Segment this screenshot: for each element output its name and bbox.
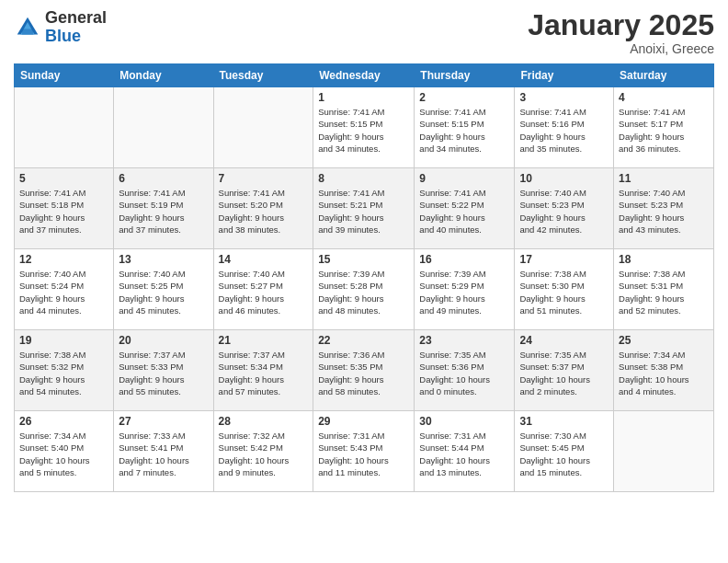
day-info: Sunrise: 7:40 AM Sunset: 5:25 PM Dayligh… — [119, 268, 208, 316]
location: Anoixi, Greece — [528, 41, 714, 56]
day-header-wednesday: Wednesday — [313, 64, 415, 87]
day-number: 16 — [419, 253, 509, 266]
header-row: SundayMondayTuesdayWednesdayThursdayFrid… — [15, 64, 714, 87]
day-info: Sunrise: 7:30 AM Sunset: 5:45 PM Dayligh… — [519, 430, 609, 478]
logo-text: General Blue — [45, 9, 107, 46]
day-info: Sunrise: 7:41 AM Sunset: 5:16 PM Dayligh… — [519, 106, 609, 155]
day-cell: 21Sunrise: 7:37 AM Sunset: 5:34 PM Dayli… — [213, 330, 313, 411]
day-info: Sunrise: 7:41 AM Sunset: 5:21 PM Dayligh… — [318, 187, 409, 236]
day-number: 9 — [419, 172, 509, 185]
day-cell: 27Sunrise: 7:33 AM Sunset: 5:41 PM Dayli… — [114, 411, 213, 492]
month-year: January 2025 — [528, 9, 714, 41]
day-cell: 9Sunrise: 7:41 AM Sunset: 5:22 PM Daylig… — [415, 168, 515, 249]
week-row: 12Sunrise: 7:40 AM Sunset: 5:24 PM Dayli… — [15, 249, 714, 330]
day-info: Sunrise: 7:41 AM Sunset: 5:18 PM Dayligh… — [19, 187, 108, 236]
day-number: 5 — [19, 172, 108, 185]
day-cell: 25Sunrise: 7:34 AM Sunset: 5:38 PM Dayli… — [614, 330, 714, 411]
day-number: 17 — [519, 253, 609, 266]
day-number: 19 — [19, 334, 108, 347]
week-row: 26Sunrise: 7:34 AM Sunset: 5:40 PM Dayli… — [15, 411, 714, 492]
day-info: Sunrise: 7:35 AM Sunset: 5:36 PM Dayligh… — [419, 349, 509, 397]
day-info: Sunrise: 7:41 AM Sunset: 5:20 PM Dayligh… — [219, 187, 309, 236]
day-number: 25 — [619, 334, 709, 347]
week-row: 5Sunrise: 7:41 AM Sunset: 5:18 PM Daylig… — [15, 168, 714, 249]
svg-rect-2 — [22, 29, 33, 34]
day-info: Sunrise: 7:32 AM Sunset: 5:42 PM Dayligh… — [219, 430, 309, 478]
day-number: 29 — [318, 415, 409, 428]
day-header-thursday: Thursday — [415, 64, 515, 87]
day-info: Sunrise: 7:39 AM Sunset: 5:28 PM Dayligh… — [318, 268, 409, 316]
day-info: Sunrise: 7:37 AM Sunset: 5:33 PM Dayligh… — [119, 349, 208, 397]
day-number: 24 — [519, 334, 609, 347]
logo: General Blue — [14, 9, 107, 46]
week-row: 1Sunrise: 7:41 AM Sunset: 5:15 PM Daylig… — [15, 87, 714, 168]
day-cell: 10Sunrise: 7:40 AM Sunset: 5:23 PM Dayli… — [515, 168, 614, 249]
day-number: 26 — [19, 415, 108, 428]
day-cell — [15, 87, 114, 168]
day-cell: 19Sunrise: 7:38 AM Sunset: 5:32 PM Dayli… — [15, 330, 114, 411]
day-cell: 5Sunrise: 7:41 AM Sunset: 5:18 PM Daylig… — [15, 168, 114, 249]
day-number: 13 — [119, 253, 208, 266]
day-cell: 23Sunrise: 7:35 AM Sunset: 5:36 PM Dayli… — [415, 330, 515, 411]
day-number: 27 — [119, 415, 208, 428]
day-info: Sunrise: 7:34 AM Sunset: 5:38 PM Dayligh… — [619, 349, 709, 397]
day-header-monday: Monday — [114, 64, 213, 87]
day-cell: 24Sunrise: 7:35 AM Sunset: 5:37 PM Dayli… — [515, 330, 614, 411]
day-cell: 31Sunrise: 7:30 AM Sunset: 5:45 PM Dayli… — [515, 411, 614, 492]
day-number: 11 — [619, 172, 709, 185]
week-row: 19Sunrise: 7:38 AM Sunset: 5:32 PM Dayli… — [15, 330, 714, 411]
day-number: 6 — [119, 172, 208, 185]
day-cell: 28Sunrise: 7:32 AM Sunset: 5:42 PM Dayli… — [213, 411, 313, 492]
day-number: 10 — [519, 172, 609, 185]
day-cell: 15Sunrise: 7:39 AM Sunset: 5:28 PM Dayli… — [313, 249, 415, 330]
day-number: 18 — [619, 253, 709, 266]
day-number: 1 — [318, 91, 409, 104]
day-number: 22 — [318, 334, 409, 347]
day-cell: 30Sunrise: 7:31 AM Sunset: 5:44 PM Dayli… — [415, 411, 515, 492]
day-cell — [213, 87, 313, 168]
day-cell: 20Sunrise: 7:37 AM Sunset: 5:33 PM Dayli… — [114, 330, 213, 411]
day-header-friday: Friday — [515, 64, 614, 87]
day-info: Sunrise: 7:37 AM Sunset: 5:34 PM Dayligh… — [219, 349, 309, 397]
day-info: Sunrise: 7:40 AM Sunset: 5:27 PM Dayligh… — [219, 268, 309, 316]
day-info: Sunrise: 7:41 AM Sunset: 5:15 PM Dayligh… — [318, 106, 409, 155]
day-number: 8 — [318, 172, 409, 185]
day-info: Sunrise: 7:31 AM Sunset: 5:44 PM Dayligh… — [419, 430, 509, 478]
day-cell: 4Sunrise: 7:41 AM Sunset: 5:17 PM Daylig… — [614, 87, 714, 168]
day-number: 28 — [219, 415, 309, 428]
day-cell — [114, 87, 213, 168]
day-cell: 29Sunrise: 7:31 AM Sunset: 5:43 PM Dayli… — [313, 411, 415, 492]
page: General Blue January 2025 Anoixi, Greece… — [0, 0, 728, 563]
day-cell: 7Sunrise: 7:41 AM Sunset: 5:20 PM Daylig… — [213, 168, 313, 249]
day-cell: 22Sunrise: 7:36 AM Sunset: 5:35 PM Dayli… — [313, 330, 415, 411]
day-cell: 18Sunrise: 7:38 AM Sunset: 5:31 PM Dayli… — [614, 249, 714, 330]
day-cell: 12Sunrise: 7:40 AM Sunset: 5:24 PM Dayli… — [15, 249, 114, 330]
title-section: January 2025 Anoixi, Greece — [528, 9, 714, 56]
day-info: Sunrise: 7:41 AM Sunset: 5:15 PM Dayligh… — [419, 106, 509, 155]
day-info: Sunrise: 7:41 AM Sunset: 5:17 PM Dayligh… — [619, 106, 709, 155]
day-header-saturday: Saturday — [614, 64, 714, 87]
day-number: 31 — [519, 415, 609, 428]
day-cell: 11Sunrise: 7:40 AM Sunset: 5:23 PM Dayli… — [614, 168, 714, 249]
logo-icon — [14, 14, 41, 41]
day-cell: 13Sunrise: 7:40 AM Sunset: 5:25 PM Dayli… — [114, 249, 213, 330]
day-info: Sunrise: 7:40 AM Sunset: 5:23 PM Dayligh… — [519, 187, 609, 236]
day-number: 15 — [318, 253, 409, 266]
day-cell: 14Sunrise: 7:40 AM Sunset: 5:27 PM Dayli… — [213, 249, 313, 330]
day-cell — [614, 411, 714, 492]
day-cell: 16Sunrise: 7:39 AM Sunset: 5:29 PM Dayli… — [415, 249, 515, 330]
day-info: Sunrise: 7:31 AM Sunset: 5:43 PM Dayligh… — [318, 430, 409, 478]
logo-general: General — [45, 9, 107, 28]
day-info: Sunrise: 7:39 AM Sunset: 5:29 PM Dayligh… — [419, 268, 509, 316]
day-header-tuesday: Tuesday — [213, 64, 313, 87]
header: General Blue January 2025 Anoixi, Greece — [14, 9, 714, 56]
day-cell: 26Sunrise: 7:34 AM Sunset: 5:40 PM Dayli… — [15, 411, 114, 492]
day-cell: 17Sunrise: 7:38 AM Sunset: 5:30 PM Dayli… — [515, 249, 614, 330]
day-info: Sunrise: 7:34 AM Sunset: 5:40 PM Dayligh… — [19, 430, 108, 478]
day-number: 23 — [419, 334, 509, 347]
day-info: Sunrise: 7:38 AM Sunset: 5:32 PM Dayligh… — [19, 349, 108, 397]
day-info: Sunrise: 7:41 AM Sunset: 5:22 PM Dayligh… — [419, 187, 509, 236]
day-cell: 6Sunrise: 7:41 AM Sunset: 5:19 PM Daylig… — [114, 168, 213, 249]
day-info: Sunrise: 7:36 AM Sunset: 5:35 PM Dayligh… — [318, 349, 409, 397]
day-cell: 2Sunrise: 7:41 AM Sunset: 5:15 PM Daylig… — [415, 87, 515, 168]
